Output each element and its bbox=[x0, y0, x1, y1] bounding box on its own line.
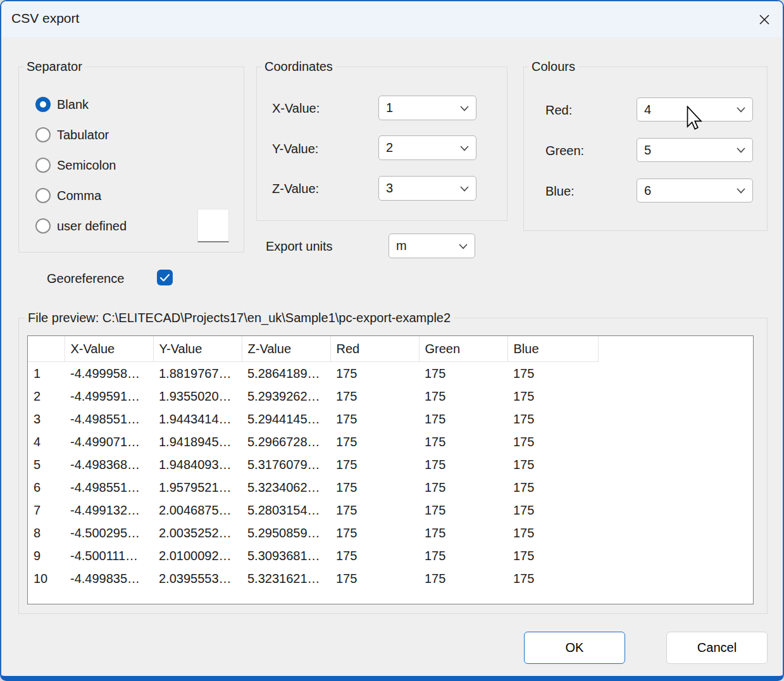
data-cell: 175 bbox=[419, 408, 507, 430]
data-cell: 1.8819767… bbox=[153, 362, 242, 385]
data-cell bbox=[598, 476, 753, 499]
radio-button-icon[interactable] bbox=[35, 127, 51, 142]
close-button[interactable] bbox=[754, 9, 775, 30]
table-header-row: X-Value Y-Value Z-Value Red Green Blue bbox=[28, 336, 753, 362]
table-row[interactable]: 7-4.499132…2.0046875…5.2803154…175175175 bbox=[28, 499, 753, 522]
table-row[interactable]: 2-4.499591…1.9355020…5.2939262…175175175 bbox=[28, 385, 753, 408]
preview-table[interactable]: X-Value Y-Value Z-Value Red Green Blue 1… bbox=[27, 335, 754, 604]
ok-button[interactable]: OK bbox=[524, 632, 625, 664]
data-cell: 5.3093681… bbox=[242, 544, 330, 567]
chevron-down-icon bbox=[459, 244, 468, 249]
data-cell: 175 bbox=[419, 476, 507, 499]
chevron-down-icon bbox=[460, 146, 469, 151]
data-cell: 175 bbox=[330, 499, 419, 522]
georeference-label: Georeference bbox=[47, 272, 124, 286]
table-body: 1-4.499958…1.8819767…5.2864189…175175175… bbox=[28, 362, 753, 590]
table-row[interactable]: 9-4.500111…2.0100092…5.3093681…175175175 bbox=[28, 544, 753, 567]
colours-legend: Colours bbox=[528, 58, 578, 75]
column-header-blue[interactable]: Blue bbox=[507, 336, 598, 362]
radio-button-icon[interactable] bbox=[35, 188, 51, 203]
data-cell: 1.9579521… bbox=[153, 476, 242, 499]
y-value-current: 2 bbox=[386, 141, 393, 155]
radio-label: Comma bbox=[57, 189, 101, 203]
y-value-select[interactable]: 2 bbox=[378, 135, 476, 160]
data-cell: 1.9443414… bbox=[153, 408, 242, 430]
data-cell: 175 bbox=[330, 522, 419, 544]
user-defined-separator-input[interactable] bbox=[197, 209, 229, 242]
data-cell: -4.499071… bbox=[65, 430, 153, 453]
x-value-label: X-Value: bbox=[272, 101, 320, 116]
data-cell: 175 bbox=[507, 567, 598, 590]
data-cell: 175 bbox=[507, 544, 598, 567]
data-cell: 175 bbox=[419, 362, 507, 385]
table-row[interactable]: 6-4.498551…1.9579521…5.3234062…175175175 bbox=[28, 476, 753, 499]
green-label: Green: bbox=[545, 143, 584, 158]
data-cell: 175 bbox=[507, 522, 598, 544]
data-cell bbox=[598, 544, 753, 567]
table-row[interactable]: 1-4.499958…1.8819767…5.2864189…175175175 bbox=[28, 362, 753, 385]
column-header-y[interactable]: Y-Value bbox=[153, 336, 242, 362]
radio-option-tabulator[interactable]: Tabulator bbox=[35, 127, 109, 143]
checkmark-icon bbox=[157, 270, 173, 285]
export-units-select[interactable]: m bbox=[389, 234, 475, 258]
red-label: Red: bbox=[545, 103, 572, 118]
column-header-green[interactable]: Green bbox=[419, 336, 507, 362]
radio-button-icon[interactable] bbox=[35, 158, 51, 173]
data-cell bbox=[598, 567, 753, 590]
table-row[interactable]: 5-4.498368…1.9484093…5.3176079…175175175 bbox=[28, 453, 753, 476]
table-row[interactable]: 4-4.499071…1.9418945…5.2966728…175175175 bbox=[28, 430, 753, 453]
x-value-select[interactable]: 1 bbox=[378, 96, 476, 120]
data-cell: 175 bbox=[330, 567, 419, 590]
separator-group: Separator Blank Tabulator Semicolon Comm… bbox=[18, 66, 244, 253]
radio-option-semicolon[interactable]: Semicolon bbox=[35, 157, 116, 173]
table-row[interactable]: 3-4.498551…1.9443414…5.2944145…175175175 bbox=[28, 408, 753, 430]
data-cell: 5.2966728… bbox=[242, 430, 330, 453]
data-cell: 1.9418945… bbox=[153, 430, 242, 453]
radio-option-comma[interactable]: Comma bbox=[35, 187, 101, 204]
z-value-current: 3 bbox=[386, 181, 393, 196]
column-header-red[interactable]: Red bbox=[330, 336, 419, 362]
data-cell: -4.499132… bbox=[65, 499, 153, 522]
data-cell: 2.0035252… bbox=[153, 522, 242, 544]
column-header-index[interactable] bbox=[28, 336, 65, 362]
data-cell: 5.2950859… bbox=[242, 522, 330, 544]
radio-option-blank[interactable]: Blank bbox=[35, 96, 89, 113]
blue-select[interactable]: 6 bbox=[637, 178, 753, 203]
row-index-cell: 8 bbox=[28, 522, 65, 544]
y-value-label: Y-Value: bbox=[272, 141, 318, 156]
data-cell: -4.499591… bbox=[65, 385, 153, 408]
radio-button-icon[interactable] bbox=[35, 218, 51, 234]
coordinates-legend: Coordinates bbox=[261, 58, 336, 75]
data-cell: 175 bbox=[419, 522, 507, 544]
chevron-down-icon bbox=[737, 147, 745, 153]
z-value-select[interactable]: 3 bbox=[378, 176, 476, 201]
column-header-filler bbox=[598, 336, 753, 362]
data-cell bbox=[598, 453, 753, 476]
chevron-down-icon bbox=[460, 186, 469, 192]
table-row[interactable]: 10-4.499835…2.0395553…5.3231621…17517517… bbox=[28, 567, 753, 590]
data-cell: -4.498551… bbox=[65, 408, 153, 430]
data-cell: -4.498551… bbox=[65, 476, 153, 499]
data-cell: -4.499835… bbox=[65, 567, 153, 590]
green-select[interactable]: 5 bbox=[637, 138, 753, 162]
red-select[interactable]: 4 bbox=[637, 97, 753, 122]
cancel-button[interactable]: Cancel bbox=[666, 632, 768, 664]
row-index-cell: 5 bbox=[28, 453, 65, 476]
csv-export-dialog: CSV export Separator Blank Tabulator Sem… bbox=[0, 0, 784, 681]
data-cell: 175 bbox=[507, 499, 598, 522]
export-units-label: Export units bbox=[266, 239, 333, 254]
data-cell bbox=[598, 499, 753, 522]
table-row[interactable]: 8-4.500295…2.0035252…5.2950859…175175175 bbox=[28, 522, 753, 544]
data-cell bbox=[598, 408, 753, 430]
data-cell: -4.499958… bbox=[65, 362, 153, 385]
radio-button-icon[interactable] bbox=[35, 97, 51, 112]
radio-option-user-defined[interactable]: user defined bbox=[35, 218, 127, 234]
data-cell: 1.9484093… bbox=[153, 453, 242, 476]
data-cell: 5.2939262… bbox=[242, 385, 330, 408]
radio-label: Semicolon bbox=[57, 158, 116, 173]
column-header-x[interactable]: X-Value bbox=[65, 336, 153, 362]
file-preview-legend: File preview: C:\ELITECAD\Projects17\en_… bbox=[25, 309, 454, 326]
data-cell: 5.3176079… bbox=[242, 453, 330, 476]
georeference-checkbox[interactable] bbox=[157, 270, 173, 285]
column-header-z[interactable]: Z-Value bbox=[242, 336, 330, 362]
